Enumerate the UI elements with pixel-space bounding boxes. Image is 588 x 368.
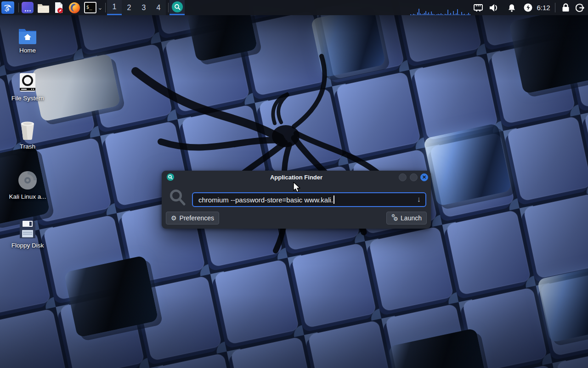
terminal-icon: $_ (84, 2, 96, 13)
clock-label: 6:12 (537, 4, 550, 12)
volume-icon (489, 4, 499, 12)
text-editor-icon (53, 2, 65, 14)
launcher-desktop-window[interactable] (21, 0, 34, 15)
terminal-dropdown-button[interactable]: ⌄ (96, 0, 104, 15)
mouse-cursor (293, 182, 301, 194)
notifications-tray-button[interactable] (506, 0, 518, 15)
taskbar-application-finder[interactable] (170, 0, 185, 15)
minimize-button[interactable] (399, 173, 407, 181)
launcher-text-editor[interactable] (52, 0, 66, 15)
panel-separator (168, 3, 169, 12)
search-icon (170, 189, 186, 207)
desktop-icon-label: Home (19, 47, 36, 54)
home-folder-icon (18, 28, 37, 44)
launcher-firefox[interactable] (68, 0, 81, 15)
trash-icon (18, 121, 37, 140)
power-bolt-icon (524, 3, 532, 12)
kali-dragon-icon (3, 3, 12, 12)
window-search-icon (167, 173, 174, 183)
hard-drive-icon (19, 73, 36, 92)
desktop-icon-home[interactable]: Home (6, 28, 50, 54)
run-gears-icon: ⚙ ⚙ (391, 215, 398, 222)
volume-tray-button[interactable] (488, 0, 500, 15)
floppy-disk-icon (18, 220, 37, 239)
desktop: $_ ⌄ 1 2 3 4 (0, 0, 588, 368)
cpu-graph-widget[interactable] (410, 0, 475, 15)
kali-menu-button[interactable] (1, 1, 14, 14)
application-finder-window: Application Finder ✕ chromium --password… (162, 171, 431, 229)
ethernet-icon (474, 4, 483, 12)
application-finder-task-icon (172, 1, 183, 12)
launcher-terminal[interactable]: $_ (83, 0, 97, 15)
logout-button[interactable] (574, 0, 586, 15)
window-title: Application Finder (270, 174, 322, 181)
text-caret (334, 196, 334, 204)
panel-separator (105, 3, 106, 12)
gear-icon: ⚙ (171, 215, 177, 221)
clock[interactable]: 6:12 (533, 0, 554, 15)
desktop-icon-floppy-disk[interactable]: Floppy Disk (6, 220, 50, 249)
workspace-3[interactable]: 3 (136, 0, 151, 15)
window-icon (22, 2, 34, 13)
preferences-button-label: Preferences (180, 214, 214, 222)
search-input-value: chromium --password-store=basic www.kali… (198, 196, 333, 204)
lock-icon (562, 3, 570, 12)
desktop-icon-file-system[interactable]: File System (6, 73, 50, 102)
logout-icon (576, 3, 585, 12)
network-tray-button[interactable] (472, 0, 484, 15)
search-input[interactable]: chromium --password-store=basic www.kali… (192, 192, 426, 207)
workspace-4[interactable]: 4 (151, 0, 166, 15)
desktop-icon-label: Kali Linux a... (9, 193, 46, 200)
launch-button[interactable]: ⚙ ⚙ Launch (386, 212, 427, 224)
top-panel: $_ ⌄ 1 2 3 4 (0, 0, 588, 15)
preferences-button[interactable]: ⚙ Preferences (166, 212, 219, 224)
optical-disc-icon (17, 170, 38, 190)
desktop-icon-trash[interactable]: Trash (6, 121, 50, 150)
desktop-icon-kali-linux[interactable]: Kali Linux a... (6, 170, 50, 200)
panel-separator (18, 3, 19, 12)
power-manager-tray-button[interactable] (522, 0, 534, 15)
workspace-1-label: 1 (113, 3, 117, 11)
workspace-2[interactable]: 2 (122, 0, 136, 15)
launch-button-label: Launch (401, 214, 422, 222)
workspace-2-label: 2 (127, 4, 131, 12)
firefox-icon (68, 2, 80, 14)
workspace-3-label: 3 (142, 4, 146, 12)
bell-icon (508, 4, 516, 12)
history-dropdown-icon[interactable]: ↓ (417, 195, 421, 204)
chevron-down-icon: ⌄ (98, 4, 103, 11)
lock-screen-button[interactable] (560, 0, 571, 15)
launcher-file-manager[interactable] (36, 0, 50, 15)
panel-separator (555, 3, 555, 12)
maximize-button[interactable] (410, 173, 418, 181)
desktop-icon-label: Floppy Disk (11, 242, 44, 249)
workspace-1[interactable]: 1 (107, 0, 122, 15)
folder-icon (37, 3, 50, 13)
workspace-4-label: 4 (157, 4, 161, 12)
desktop-icon-label: File System (11, 95, 44, 102)
close-button[interactable]: ✕ (420, 173, 428, 181)
desktop-icon-label: Trash (20, 143, 35, 150)
